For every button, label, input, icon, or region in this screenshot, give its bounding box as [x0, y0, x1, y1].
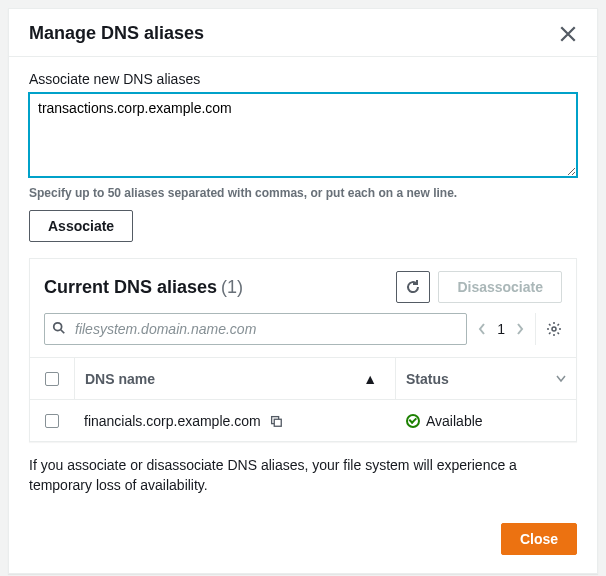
manage-dns-aliases-dialog: Manage DNS aliases Associate new DNS ali… [8, 8, 598, 574]
pagination: 1 [477, 321, 525, 337]
search-wrap [44, 313, 467, 345]
table-actions: Disassociate [396, 271, 562, 303]
row-checkbox[interactable] [45, 414, 59, 428]
close-button[interactable]: Close [501, 523, 577, 555]
refresh-button[interactable] [396, 271, 430, 303]
dialog-title: Manage DNS aliases [29, 23, 204, 44]
table-title-wrap: Current DNS aliases (1) [44, 277, 243, 298]
associate-help-text: Specify up to 50 aliases separated with … [29, 186, 577, 200]
alias-textarea[interactable] [29, 93, 577, 177]
col-header-status-label: Status [406, 371, 449, 387]
prev-page-icon[interactable] [477, 322, 487, 336]
col-header-name-label: DNS name [85, 371, 155, 387]
col-header-status[interactable]: Status [396, 371, 546, 387]
svg-point-0 [54, 323, 62, 331]
table-count: (1) [221, 277, 243, 297]
close-icon[interactable] [559, 25, 577, 43]
col-header-expand [546, 375, 576, 383]
search-icon [52, 321, 66, 335]
row-status-cell: Available [396, 413, 546, 429]
search-input[interactable] [44, 313, 467, 345]
col-header-name[interactable]: DNS name ▲ [75, 371, 395, 387]
associate-label: Associate new DNS aliases [29, 71, 577, 87]
table-head-row: DNS name ▲ Status [30, 357, 576, 399]
dialog-header: Manage DNS aliases [9, 9, 597, 57]
next-page-icon[interactable] [515, 322, 525, 336]
row-name: financials.corp.example.com [84, 413, 261, 429]
current-aliases-panel: Current DNS aliases (1) Disassociate [29, 258, 577, 442]
copy-icon[interactable] [269, 414, 283, 428]
svg-rect-4 [274, 419, 281, 426]
row-select-cell [30, 414, 74, 428]
disassociate-button[interactable]: Disassociate [438, 271, 562, 303]
select-all-checkbox[interactable] [45, 372, 59, 386]
svg-point-2 [552, 327, 556, 331]
dialog-footer: Close [9, 517, 597, 573]
dialog-body: Associate new DNS aliases Specify up to … [9, 57, 597, 517]
row-name-cell: financials.corp.example.com [74, 413, 396, 429]
separator [535, 313, 536, 345]
page-number: 1 [497, 321, 505, 337]
table-row: financials.corp.example.com Available [30, 399, 576, 441]
notice-text: If you associate or disassociate DNS ali… [29, 442, 577, 503]
select-all-cell [30, 372, 74, 386]
chevron-down-icon [556, 375, 566, 383]
status-ok-icon [406, 414, 420, 428]
table-toolbar: 1 [30, 313, 576, 357]
settings-icon[interactable] [546, 321, 562, 337]
svg-line-1 [61, 330, 65, 334]
sort-asc-icon: ▲ [363, 371, 377, 387]
table-title: Current DNS aliases [44, 277, 217, 297]
table-header: Current DNS aliases (1) Disassociate [30, 259, 576, 313]
associate-button[interactable]: Associate [29, 210, 133, 242]
refresh-icon [405, 279, 421, 295]
row-status: Available [426, 413, 483, 429]
